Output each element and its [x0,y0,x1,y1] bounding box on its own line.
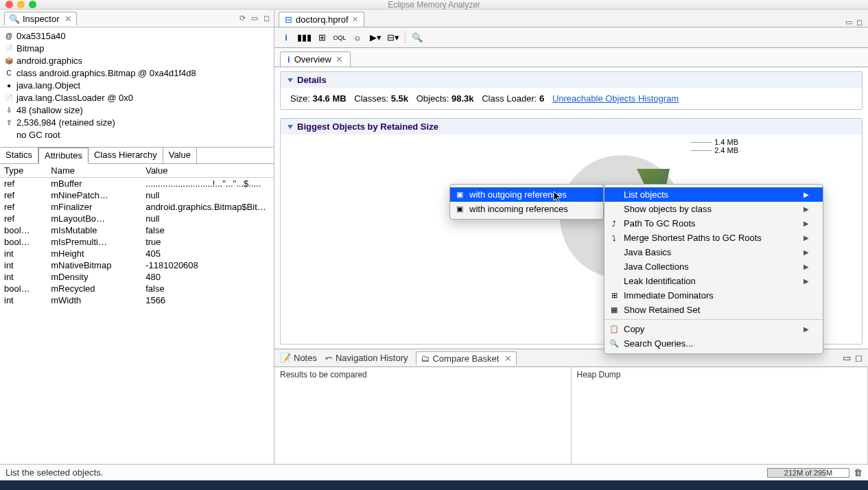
run-icon[interactable]: ▶▾ [368,30,383,45]
context-menu[interactable]: List objects▶Show objects by class▶⤴Path… [604,184,823,354]
col-header[interactable]: Name [47,164,141,178]
menu-item[interactable]: Java Basics▶ [605,245,823,259]
maximize-view-icon[interactable]: ◻ [263,14,270,23]
size-label: Size: [290,93,310,104]
table-row[interactable]: refmBuffer...........................!..… [0,178,274,190]
menu-outgoing-refs[interactable]: ▣ with outgoing references [450,187,603,202]
cell: mNativeBitmap [47,259,141,271]
menu-label: Copy [624,324,644,334]
close-icon[interactable]: ✕ [504,353,512,364]
submenu-arrow-icon: ▶ [804,263,809,270]
table-row[interactable]: bool…mIsMutablefalse [0,224,274,236]
col-header[interactable]: Type [0,164,47,178]
attributes-table[interactable]: TypeNameValue refmBuffer................… [0,164,274,306]
minimize-traffic-light[interactable] [17,1,25,8]
tree-icon: ⇧ [4,118,14,128]
compare-basket-tab[interactable]: 🗂 Compare Basket ✕ [416,351,517,365]
gc-icon[interactable]: 🗑 [854,467,863,478]
nav-history-tab[interactable]: ⤺ Navigation History [325,353,408,363]
tree-row[interactable]: 📄Bitmap [4,43,270,55]
tab-overview[interactable]: i Overview ✕ [280,51,351,67]
menu-item[interactable]: ⤴Path To GC Roots▶ [605,216,823,231]
menu-item[interactable]: Show objects by class▶ [605,202,823,216]
editor-tab-hprof[interactable]: ⊟ doctorq.hprof ✕ [279,12,364,27]
histogram-icon[interactable]: ▮▮▮ [296,30,312,45]
search-icon[interactable]: 🔍 [410,30,425,45]
table-row[interactable]: bool…mIsPremulti…true [0,236,274,248]
tree-row[interactable]: ⇧2,536,984 (retained size) [4,117,270,129]
inspector-tab[interactable]: 🔍 Inspector ✕ [4,12,77,25]
tree-row[interactable]: ⇩48 (shallow size) [4,104,270,117]
menu-icon: ⤴ [609,220,620,228]
unreachable-histogram-link[interactable]: Unreachable Objects Histogram [552,93,679,104]
hprof-icon: ⊟ [285,14,292,25]
twistie-icon [288,125,293,129]
objects-label: Objects: [417,93,449,104]
minimize-view-icon[interactable]: ▭ [251,14,258,23]
table-row[interactable]: intmNativeBitmap-1181020608 [0,259,274,271]
maximize-editor-icon[interactable]: ◻ [856,18,863,27]
notes-tab[interactable]: 📝 Notes [280,353,317,363]
attr-tab-attributes[interactable]: Attributes [38,148,89,164]
menu-item[interactable]: Java Collections▶ [605,259,823,274]
table-row[interactable]: intmWidth1566 [0,294,274,306]
menu-item[interactable]: 🔍Search Queries... [605,336,823,351]
tree-row[interactable]: no GC root [4,129,270,141]
tree-row[interactable]: 📦android.graphics [4,55,270,67]
close-icon[interactable]: ✕ [352,15,358,24]
object-icon: ▣ [454,190,465,199]
heap-status-text: 212M of 295M [768,469,849,477]
editor-tabs: ⊟ doctorq.hprof ✕ ▭ ◻ [274,10,868,27]
tree-row[interactable]: ●java.lang.Object [4,80,270,92]
minimize-editor-icon[interactable]: ▭ [845,18,852,27]
cell: mWidth [47,294,141,306]
table-row[interactable]: refmNinePatch…null [0,189,274,201]
info-icon[interactable]: i [279,30,294,45]
compare-icon[interactable]: ⊟▾ [386,30,401,45]
menu-item[interactable]: Leak Identification▶ [605,274,823,288]
minimize-bottom-icon[interactable]: ▭ [843,353,851,363]
attr-tab-class-hierarchy[interactable]: Class Hierarchy [89,148,163,163]
menu-item[interactable]: ⤵Merge Shortest Paths to GC Roots▶ [605,231,823,245]
context-submenu[interactable]: ▣ with outgoing references ▣ with incomi… [449,184,604,220]
thread-icon[interactable]: ☼ [350,30,365,45]
cell: int [0,271,47,283]
biggest-header[interactable]: Biggest Objects by Retained Size [281,119,862,135]
attr-tab-statics[interactable]: Statics [0,148,38,163]
tree-row[interactable]: 📄java.lang.ClassLoader @ 0x0 [4,92,270,104]
menu-icon: ⊞ [609,291,620,300]
attr-tab-value[interactable]: Value [163,148,197,163]
table-row[interactable]: refmFinalizerandroid.graphics.Bitmap$Bit… [0,201,274,213]
table-row[interactable]: bool…mRecycledfalse [0,283,274,294]
menu-item[interactable]: List objects▶ [605,187,823,202]
table-row[interactable]: intmHeight405 [0,248,274,259]
maximize-bottom-icon[interactable]: ◻ [855,353,863,363]
menu-label: Java Collections [624,261,689,272]
close-icon[interactable]: ✕ [64,14,72,24]
close-traffic-light[interactable] [5,1,13,8]
tree-row[interactable]: Cclass android.graphics.Bitmap @ 0xa4d1f… [4,67,270,80]
details-title: Details [297,75,327,85]
tree-row[interactable]: @0xa5315a40 [4,30,270,43]
close-icon[interactable]: ✕ [336,54,343,65]
zoom-traffic-light[interactable] [29,1,36,8]
details-header[interactable]: Details [281,72,862,88]
tree-label: 48 (shallow size) [16,104,83,117]
menu-label: Path To GC Roots [624,218,696,229]
col-header[interactable]: Value [141,164,274,178]
menu-incoming-refs[interactable]: ▣ with incoming references [450,202,603,216]
dominator-tree-icon[interactable]: ⊞ [314,30,329,45]
table-row[interactable]: intmDensity480 [0,271,274,283]
menu-item[interactable]: 📋Copy▶ [605,322,823,336]
oql-icon[interactable]: OQL [332,30,347,45]
cell: android.graphics.Bitmap$BitmapFina… [141,201,274,213]
table-row[interactable]: refmLayoutBo…null [0,213,274,224]
cell: mFinalizer [47,201,141,213]
sync-icon[interactable]: ⟳ [239,14,246,23]
menu-item[interactable]: ⊞Immediate Dominators [605,288,823,303]
submenu-arrow-icon: ▶ [804,234,809,242]
menu-item[interactable]: ▦Show Retained Set [605,303,823,317]
inspector-tree[interactable]: @0xa5315a40📄Bitmap📦android.graphicsCclas… [0,27,274,144]
menu-icon: ⤵ [609,234,620,242]
heap-status-bar[interactable]: 212M of 295M [767,468,849,478]
